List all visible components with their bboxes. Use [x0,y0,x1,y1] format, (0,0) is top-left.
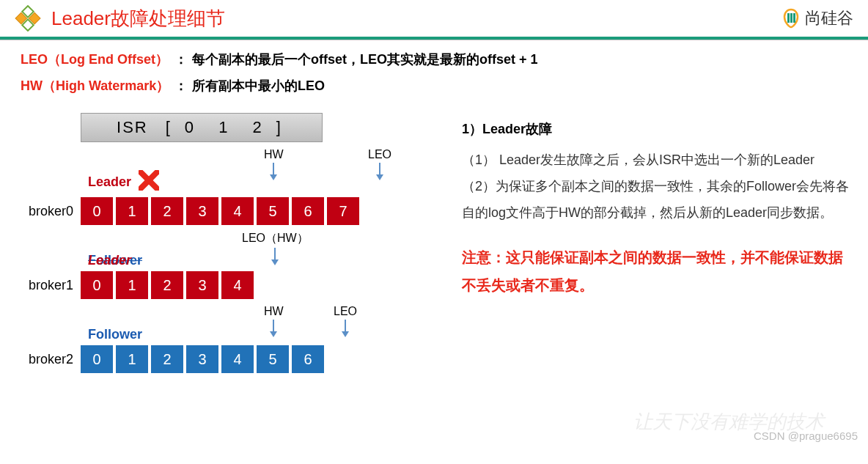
leo-marker: LEO [368,148,391,182]
colon: ： [174,73,188,98]
leo-marker-label: LEO [368,148,391,161]
isr-id: 2 [253,118,263,136]
hw-definition: HW（High Watermark） ： 所有副本中最小的LEO [21,73,850,98]
offset-cell: 3 [186,197,218,225]
arrow-down-icon [334,320,357,339]
role-text: Leader [88,174,131,190]
paragraph-1: （1） Leader发生故障之后，会从ISR中选出一个新的Leader [462,147,853,173]
paragraph-2: （2）为保证多个副本之间的数据一致性，其余的Follower会先将各自的log文… [462,173,853,226]
brand-icon [780,7,802,29]
role-label: Follower Leader [88,253,440,268]
leo-hw-marker-label: LEO（HW） [242,232,309,244]
hw-desc: 所有副本中最小的LEO [192,73,325,98]
broker-name: broker2 [15,352,73,367]
offset-cell: 1 [116,197,148,225]
header-bar: Leader故障处理细节 尚硅谷 [0,0,868,37]
offset-cell: 2 [151,271,183,299]
offset-cells: 0 1 2 3 4 5 6 7 [81,197,362,225]
role-overlay-text: Leader [88,253,131,268]
offset-cell: 2 [151,197,183,225]
brand-text: 尚硅谷 [805,7,853,29]
brand-area: 尚硅谷 [780,7,853,29]
explanation-panel: 1）Leader故障 （1） Leader发生故障之后，会从ISR中选出一个新的… [440,113,853,373]
offset-cell: 3 [186,271,218,299]
hw-marker: HW [264,305,284,339]
hw-term: HW（High Watermark） [21,73,174,98]
offset-cell: 1 [116,345,148,373]
offset-cell: 4 [221,345,254,373]
offset-cell: 6 [292,345,324,373]
arrow-down-icon [264,320,284,339]
offset-cell: 2 [151,345,183,373]
warning-note: 注意：这只能保证副本之间的数据一致性，并不能保证数据不丢失或者不重复。 [462,243,853,299]
leo-marker: LEO [334,305,357,339]
leo-marker-label: LEO [334,305,357,317]
diamond-logo-icon [15,5,41,32]
broker-name: broker1 [15,278,73,293]
isr-id: 0 [185,118,195,136]
isr-ids: 0 1 2 [176,118,272,137]
hw-marker: HW [264,148,284,182]
arrow-down-icon [368,163,391,182]
offset-cell: 1 [116,271,148,299]
isr-label: ISR [117,118,148,137]
isr-close-bracket: ] [276,118,282,137]
offset-cell: 4 [221,197,254,225]
offset-cell: 0 [81,197,113,225]
isr-id: 1 [218,118,229,136]
leo-definition: LEO（Log End Offset） ： 每个副本的最后一个offset，LE… [21,47,850,72]
offset-cell: 0 [81,271,113,299]
offset-cell: 6 [292,197,324,225]
svg-marker-16 [270,331,277,337]
svg-rect-6 [793,13,795,23]
hw-marker-label: HW [264,148,284,161]
offset-cell: 5 [257,197,289,225]
leo-term: LEO（Log End Offset） [21,47,174,72]
diagram-area: ISR [ 0 1 2 ] HW LEO Leader [15,113,440,373]
offset-cell: 7 [327,197,359,225]
section-heading: 1）Leader故障 [462,120,853,138]
offset-cell: 4 [221,271,254,299]
broker-name: broker0 [15,204,73,219]
colon: ： [174,47,188,72]
svg-marker-18 [342,331,349,337]
offset-cells: 0 1 2 3 4 5 6 [81,345,327,373]
offset-cell: 3 [186,345,218,373]
svg-marker-8 [270,174,277,180]
isr-open-bracket: [ [166,118,172,137]
svg-marker-10 [376,174,383,180]
cross-icon [139,170,159,194]
page-title: Leader故障处理细节 [51,6,225,32]
offset-cells: 0 1 2 3 4 [81,271,257,299]
svg-rect-5 [790,13,792,23]
isr-box: ISR [ 0 1 2 ] [81,113,323,142]
arrow-down-icon [264,163,284,182]
offset-cell: 5 [257,345,289,373]
leo-desc: 每个副本的最后一个offset，LEO其实就是最新的offset + 1 [192,47,538,72]
hw-marker-label: HW [264,305,284,317]
watermark-csdn: CSDN @prague6695 [754,430,858,442]
role-text: Follower [88,327,142,342]
svg-rect-4 [787,13,790,23]
offset-cell: 0 [81,345,113,373]
definitions: LEO（Log End Offset） ： 每个副本的最后一个offset，LE… [0,40,868,103]
